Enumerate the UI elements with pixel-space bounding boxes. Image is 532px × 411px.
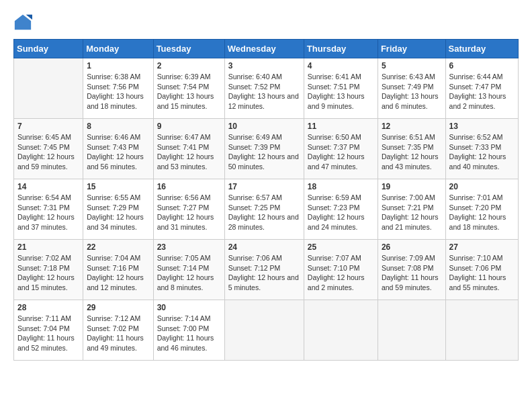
- day-number: 6: [449, 61, 515, 71]
- day-number: 29: [87, 303, 149, 312]
- calendar-header: SundayMondayTuesdayWednesdayThursdayFrid…: [14, 40, 519, 58]
- calendar-cell: 29Sunrise: 7:12 AMSunset: 7:02 PMDayligh…: [83, 300, 153, 361]
- calendar-cell: 14Sunrise: 6:54 AMSunset: 7:31 PMDayligh…: [14, 179, 83, 240]
- calendar-cell: 6Sunrise: 6:44 AMSunset: 7:47 PMDaylight…: [445, 58, 518, 119]
- calendar-cell: 25Sunrise: 7:07 AMSunset: 7:10 PMDayligh…: [304, 240, 378, 300]
- day-number: 17: [228, 182, 300, 191]
- day-info: Sunrise: 7:00 AMSunset: 7:21 PMDaylight:…: [382, 193, 442, 232]
- calendar-cell: 17Sunrise: 6:57 AMSunset: 7:25 PMDayligh…: [224, 179, 304, 240]
- calendar-cell: [445, 300, 518, 361]
- day-number: 10: [228, 122, 300, 131]
- day-number: 28: [17, 303, 79, 312]
- day-number: 5: [382, 61, 442, 71]
- logo-icon: [13, 13, 32, 32]
- calendar-cell: 15Sunrise: 6:55 AMSunset: 7:29 PMDayligh…: [83, 179, 153, 240]
- day-info: Sunrise: 6:39 AMSunset: 7:54 PMDaylight:…: [157, 72, 221, 111]
- calendar-week-2: 7Sunrise: 6:45 AMSunset: 7:45 PMDaylight…: [14, 119, 519, 179]
- calendar-table: SundayMondayTuesdayWednesdayThursdayFrid…: [13, 39, 519, 361]
- day-number: 27: [449, 242, 515, 252]
- calendar-cell: 4Sunrise: 6:41 AMSunset: 7:51 PMDaylight…: [304, 58, 378, 119]
- calendar-cell: 22Sunrise: 7:04 AMSunset: 7:16 PMDayligh…: [83, 240, 153, 300]
- calendar-cell: 5Sunrise: 6:43 AMSunset: 7:49 PMDaylight…: [378, 58, 445, 119]
- day-info: Sunrise: 7:09 AMSunset: 7:08 PMDaylight:…: [382, 253, 442, 293]
- calendar-cell: [304, 300, 378, 361]
- day-info: Sunrise: 6:59 AMSunset: 7:23 PMDaylight:…: [308, 193, 374, 232]
- day-number: 19: [382, 182, 442, 191]
- column-header-sunday: Sunday: [14, 40, 83, 58]
- column-header-friday: Friday: [378, 40, 445, 58]
- calendar-cell: 19Sunrise: 7:00 AMSunset: 7:21 PMDayligh…: [378, 179, 445, 240]
- day-info: Sunrise: 6:47 AMSunset: 7:41 PMDaylight:…: [157, 132, 221, 172]
- day-info: Sunrise: 7:10 AMSunset: 7:06 PMDaylight:…: [449, 253, 515, 293]
- calendar-cell: 18Sunrise: 6:59 AMSunset: 7:23 PMDayligh…: [304, 179, 378, 240]
- calendar-cell: [378, 300, 445, 361]
- column-header-saturday: Saturday: [445, 40, 518, 58]
- day-info: Sunrise: 7:04 AMSunset: 7:16 PMDaylight:…: [87, 253, 149, 293]
- day-info: Sunrise: 7:06 AMSunset: 7:12 PMDaylight:…: [228, 253, 300, 293]
- calendar-cell: 10Sunrise: 6:49 AMSunset: 7:39 PMDayligh…: [224, 119, 304, 179]
- day-number: 25: [308, 242, 374, 252]
- day-number: 30: [157, 303, 221, 312]
- day-number: 15: [87, 182, 149, 191]
- calendar-cell: 21Sunrise: 7:02 AMSunset: 7:18 PMDayligh…: [14, 240, 83, 300]
- day-info: Sunrise: 7:07 AMSunset: 7:10 PMDaylight:…: [308, 253, 374, 293]
- day-number: 22: [87, 242, 149, 252]
- day-info: Sunrise: 7:12 AMSunset: 7:02 PMDaylight:…: [87, 314, 149, 353]
- calendar-cell: 11Sunrise: 6:50 AMSunset: 7:37 PMDayligh…: [304, 119, 378, 179]
- day-info: Sunrise: 6:55 AMSunset: 7:29 PMDaylight:…: [87, 193, 149, 232]
- day-info: Sunrise: 7:05 AMSunset: 7:14 PMDaylight:…: [157, 253, 221, 293]
- calendar-cell: 24Sunrise: 7:06 AMSunset: 7:12 PMDayligh…: [224, 240, 304, 300]
- day-number: 26: [382, 242, 442, 252]
- day-info: Sunrise: 7:14 AMSunset: 7:00 PMDaylight:…: [157, 314, 221, 353]
- day-number: 4: [308, 61, 374, 71]
- day-info: Sunrise: 7:11 AMSunset: 7:04 PMDaylight:…: [17, 314, 79, 353]
- day-info: Sunrise: 6:57 AMSunset: 7:25 PMDaylight:…: [228, 193, 300, 232]
- day-number: 9: [157, 122, 221, 131]
- calendar-week-5: 28Sunrise: 7:11 AMSunset: 7:04 PMDayligh…: [14, 300, 519, 361]
- day-info: Sunrise: 6:44 AMSunset: 7:47 PMDaylight:…: [449, 72, 515, 111]
- day-info: Sunrise: 6:56 AMSunset: 7:27 PMDaylight:…: [157, 193, 221, 232]
- day-number: 23: [157, 242, 221, 252]
- day-info: Sunrise: 6:50 AMSunset: 7:37 PMDaylight:…: [308, 132, 374, 172]
- calendar-week-3: 14Sunrise: 6:54 AMSunset: 7:31 PMDayligh…: [14, 179, 519, 240]
- calendar-cell: 20Sunrise: 7:01 AMSunset: 7:20 PMDayligh…: [445, 179, 518, 240]
- calendar-cell: 8Sunrise: 6:46 AMSunset: 7:43 PMDaylight…: [83, 119, 153, 179]
- day-number: 3: [228, 61, 300, 71]
- logo: [13, 13, 35, 32]
- day-info: Sunrise: 6:52 AMSunset: 7:33 PMDaylight:…: [449, 132, 515, 172]
- day-number: 7: [17, 122, 79, 131]
- calendar-cell: 23Sunrise: 7:05 AMSunset: 7:14 PMDayligh…: [153, 240, 224, 300]
- day-info: Sunrise: 6:40 AMSunset: 7:52 PMDaylight:…: [228, 72, 300, 111]
- day-number: 21: [17, 242, 79, 252]
- calendar-cell: 16Sunrise: 6:56 AMSunset: 7:27 PMDayligh…: [153, 179, 224, 240]
- calendar-week-4: 21Sunrise: 7:02 AMSunset: 7:18 PMDayligh…: [14, 240, 519, 300]
- day-info: Sunrise: 6:54 AMSunset: 7:31 PMDaylight:…: [17, 193, 79, 232]
- day-number: 1: [87, 61, 149, 71]
- day-info: Sunrise: 7:02 AMSunset: 7:18 PMDaylight:…: [17, 253, 79, 293]
- day-number: 2: [157, 61, 221, 71]
- day-info: Sunrise: 7:01 AMSunset: 7:20 PMDaylight:…: [449, 193, 515, 232]
- calendar-cell: 3Sunrise: 6:40 AMSunset: 7:52 PMDaylight…: [224, 58, 304, 119]
- calendar-cell: 13Sunrise: 6:52 AMSunset: 7:33 PMDayligh…: [445, 119, 518, 179]
- calendar-cell: 1Sunrise: 6:38 AMSunset: 7:56 PMDaylight…: [83, 58, 153, 119]
- day-number: 8: [87, 122, 149, 131]
- svg-marker-0: [15, 15, 31, 30]
- calendar-cell: 26Sunrise: 7:09 AMSunset: 7:08 PMDayligh…: [378, 240, 445, 300]
- day-info: Sunrise: 6:38 AMSunset: 7:56 PMDaylight:…: [87, 72, 149, 111]
- calendar-cell: 12Sunrise: 6:51 AMSunset: 7:35 PMDayligh…: [378, 119, 445, 179]
- calendar-week-1: 1Sunrise: 6:38 AMSunset: 7:56 PMDaylight…: [14, 58, 519, 119]
- calendar-cell: 30Sunrise: 7:14 AMSunset: 7:00 PMDayligh…: [153, 300, 224, 361]
- column-header-thursday: Thursday: [304, 40, 378, 58]
- day-number: 14: [17, 182, 79, 191]
- day-info: Sunrise: 6:49 AMSunset: 7:39 PMDaylight:…: [228, 132, 300, 172]
- column-header-monday: Monday: [83, 40, 153, 58]
- day-number: 16: [157, 182, 221, 191]
- page-header: [13, 13, 519, 32]
- calendar-cell: 2Sunrise: 6:39 AMSunset: 7:54 PMDaylight…: [153, 58, 224, 119]
- day-info: Sunrise: 6:46 AMSunset: 7:43 PMDaylight:…: [87, 132, 149, 172]
- day-number: 24: [228, 242, 300, 252]
- day-number: 12: [382, 122, 442, 131]
- day-info: Sunrise: 6:43 AMSunset: 7:49 PMDaylight:…: [382, 72, 442, 111]
- day-number: 20: [449, 182, 515, 191]
- day-info: Sunrise: 6:51 AMSunset: 7:35 PMDaylight:…: [382, 132, 442, 172]
